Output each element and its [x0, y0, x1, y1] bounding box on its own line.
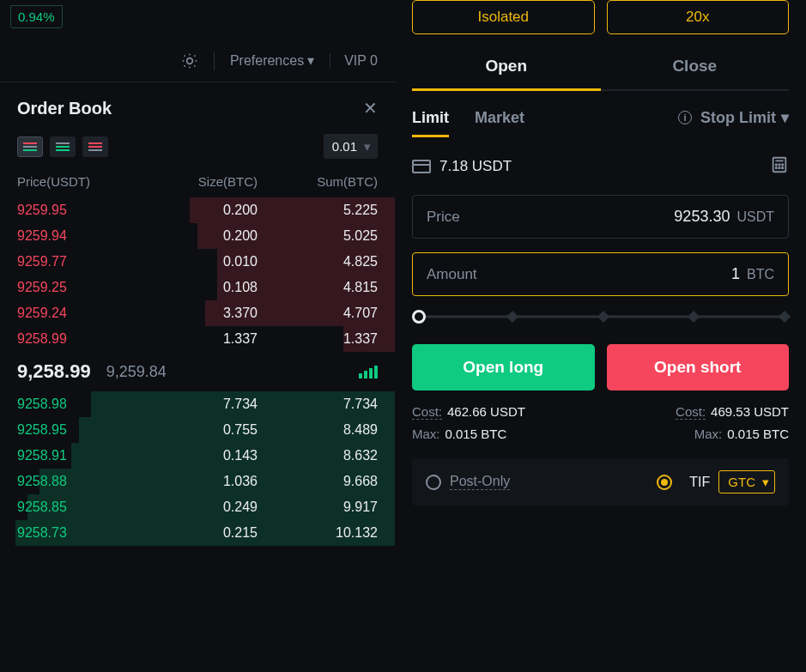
row-price: 9259.95	[17, 200, 137, 221]
tif-select[interactable]: GTC	[718, 470, 775, 493]
depth-bars-icon[interactable]	[359, 366, 378, 378]
row-price: 9258.99	[17, 329, 137, 349]
orderbook-row[interactable]: 9259.243.3704.707	[0, 300, 395, 326]
tab-close[interactable]: Close	[601, 45, 790, 89]
price-label: Price	[427, 209, 460, 226]
price-input[interactable]	[627, 208, 730, 226]
svg-line-8	[194, 55, 195, 56]
cost-long-label: Cost:	[412, 404, 442, 420]
amount-input[interactable]	[637, 265, 740, 283]
orderbook-row[interactable]: 9258.987.7347.734	[0, 391, 395, 417]
max-long-value: 0.015 BTC	[445, 427, 507, 441]
orderbook-row[interactable]: 9258.881.0369.668	[0, 469, 395, 494]
max-long-label: Max:	[412, 427, 440, 441]
svg-line-5	[184, 55, 185, 56]
row-size: 7.734	[137, 394, 258, 415]
cost-short-label: Cost:	[676, 404, 706, 420]
orderbook-row[interactable]: 9258.850.2499.917	[0, 494, 395, 520]
row-price: 9259.25	[17, 277, 137, 298]
row-sum: 7.734	[258, 394, 378, 415]
orderbook-row[interactable]: 9259.770.0104.825	[0, 249, 395, 275]
row-size: 0.755	[137, 420, 258, 440]
svg-point-0	[187, 58, 193, 64]
row-price: 9259.77	[17, 251, 137, 272]
amount-label: Amount	[427, 266, 477, 283]
brightness-icon[interactable]	[181, 52, 198, 70]
orderbook-row[interactable]: 9258.991.3371.337	[0, 326, 395, 352]
leverage-button[interactable]: 20x	[607, 0, 790, 34]
open-long-button[interactable]: Open long	[412, 344, 595, 390]
slider-tick[interactable]	[597, 311, 609, 323]
order-type-stop-limit[interactable]: i Stop Limit ▾	[678, 108, 789, 136]
tif-radio[interactable]	[657, 475, 672, 490]
svg-point-14	[776, 167, 777, 168]
row-sum: 8.632	[258, 445, 378, 466]
preferences-label: Preferences	[230, 53, 304, 69]
change-percent-badge: 0.94%	[10, 5, 63, 28]
orderbook-mode-both[interactable]	[17, 136, 43, 157]
row-size: 1.036	[137, 471, 258, 492]
order-type-limit[interactable]: Limit	[412, 109, 449, 136]
orderbook-row[interactable]: 9259.940.2005.025	[0, 223, 395, 249]
amount-field[interactable]: Amount BTC	[412, 252, 789, 296]
divider	[214, 51, 215, 70]
row-size: 0.108	[137, 277, 258, 298]
row-price: 9259.24	[17, 303, 137, 324]
cost-short-value: 469.53 USDT	[711, 404, 789, 420]
row-sum: 5.225	[258, 200, 378, 221]
post-only-radio[interactable]	[426, 475, 441, 490]
row-sum: 4.825	[258, 251, 378, 272]
svg-line-7	[184, 65, 185, 66]
slider-tick[interactable]	[779, 311, 791, 323]
amount-unit: BTC	[747, 267, 774, 282]
slider-thumb[interactable]	[412, 310, 426, 324]
cost-long-value: 462.66 USDT	[447, 404, 525, 420]
orderbook-row[interactable]: 9258.730.21510.132	[0, 520, 395, 546]
row-size: 0.215	[137, 523, 258, 543]
svg-point-11	[776, 164, 777, 165]
row-size: 0.200	[137, 200, 258, 221]
calculator-icon[interactable]	[770, 155, 789, 178]
svg-line-6	[194, 65, 195, 66]
svg-point-12	[779, 164, 779, 165]
preferences-button[interactable]: Preferences ▾	[230, 52, 314, 69]
vip-level: VIP 0	[330, 53, 378, 69]
row-sum: 8.489	[258, 420, 378, 440]
row-size: 0.249	[137, 497, 258, 518]
order-type-market[interactable]: Market	[475, 109, 524, 136]
margin-mode-button[interactable]: Isolated	[412, 0, 595, 34]
col-sum-header: Sum(BTC)	[258, 174, 378, 189]
orderbook-mode-asks[interactable]	[82, 136, 108, 157]
slider-tick[interactable]	[688, 311, 700, 323]
open-short-button[interactable]: Open short	[607, 344, 790, 390]
orderbook-row[interactable]: 9259.950.2005.225	[0, 197, 395, 223]
row-size: 0.200	[137, 226, 258, 246]
orderbook-mode-bids[interactable]	[50, 136, 76, 157]
max-short-value: 0.015 BTC	[727, 427, 789, 441]
orderbook-row[interactable]: 9258.950.7558.489	[0, 417, 395, 443]
col-price-header: Price(USDT)	[17, 174, 137, 189]
row-price: 9259.94	[17, 226, 137, 246]
info-icon: i	[678, 111, 692, 124]
close-icon[interactable]: ✕	[363, 98, 378, 118]
mark-price: 9,259.84	[106, 363, 167, 381]
wallet-icon	[412, 160, 431, 173]
last-price: 9,258.99	[17, 360, 91, 383]
tick-size-select[interactable]: 0.01	[324, 134, 378, 159]
col-size-header: Size(BTC)	[137, 174, 258, 189]
orderbook-row[interactable]: 9258.910.1438.632	[0, 443, 395, 469]
svg-point-15	[779, 167, 779, 168]
row-size: 1.337	[137, 329, 258, 349]
orderbook-row[interactable]: 9259.250.1084.815	[0, 275, 395, 300]
orderbook-title: Order Book	[17, 99, 112, 118]
available-balance: 7.18 USDT	[439, 158, 512, 175]
slider-tick[interactable]	[506, 311, 518, 323]
stop-limit-label: Stop Limit	[700, 109, 776, 127]
row-sum: 9.668	[258, 471, 378, 492]
tab-open[interactable]: Open	[412, 45, 601, 89]
row-sum: 4.815	[258, 277, 378, 298]
price-unit: USDT	[736, 209, 774, 225]
price-field[interactable]: Price USDT	[412, 195, 789, 239]
row-sum: 4.707	[258, 303, 378, 324]
amount-slider[interactable]	[412, 310, 789, 324]
